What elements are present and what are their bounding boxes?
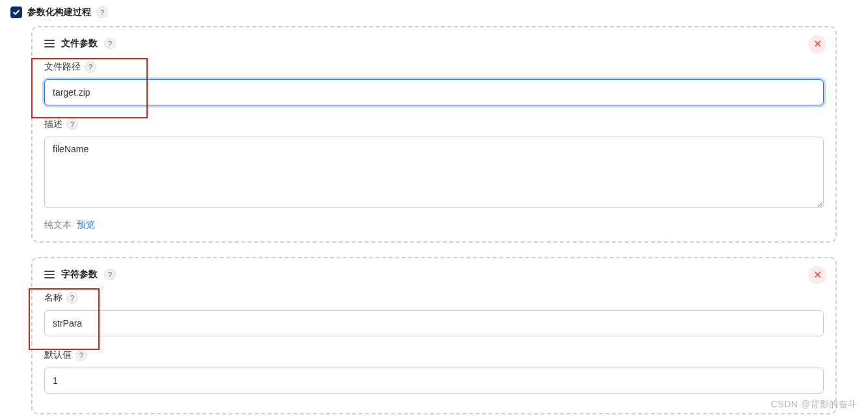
preview-link[interactable]: 预览 [77,219,95,230]
section-title: 文件参数 [61,38,98,49]
default-value-label: 默认值 [44,349,72,361]
help-icon[interactable]: ? [85,61,96,73]
parametrized-build-checkbox[interactable] [10,7,22,18]
plain-text-link[interactable]: 纯文本 [44,219,72,230]
help-icon[interactable]: ? [75,349,87,361]
file-path-input[interactable] [44,79,824,105]
help-icon[interactable]: ? [96,7,108,18]
help-icon[interactable]: ? [104,38,116,49]
drag-handle-icon[interactable] [44,39,55,48]
help-icon[interactable]: ? [104,269,116,280]
name-input[interactable] [44,310,824,336]
help-icon[interactable]: ? [66,118,78,130]
file-param-section: 文件参数 ? ✕ 文件路径 ? 描述 ? 纯文本 预览 [31,26,837,243]
default-value-input[interactable] [44,368,824,394]
file-path-label: 文件路径 [44,61,81,73]
description-label: 描述 [44,118,62,130]
string-param-section: 字符参数 ? ✕ 名称 ? 默认值 ? [31,257,837,414]
drag-handle-icon[interactable] [44,270,55,279]
parametrized-build-label: 参数化构建过程 [27,7,91,18]
help-icon[interactable]: ? [66,292,78,304]
description-textarea[interactable] [44,137,824,208]
close-icon[interactable]: ✕ [808,35,826,53]
name-label: 名称 [44,292,62,304]
section-title: 字符参数 [61,269,98,280]
close-icon[interactable]: ✕ [808,266,826,284]
